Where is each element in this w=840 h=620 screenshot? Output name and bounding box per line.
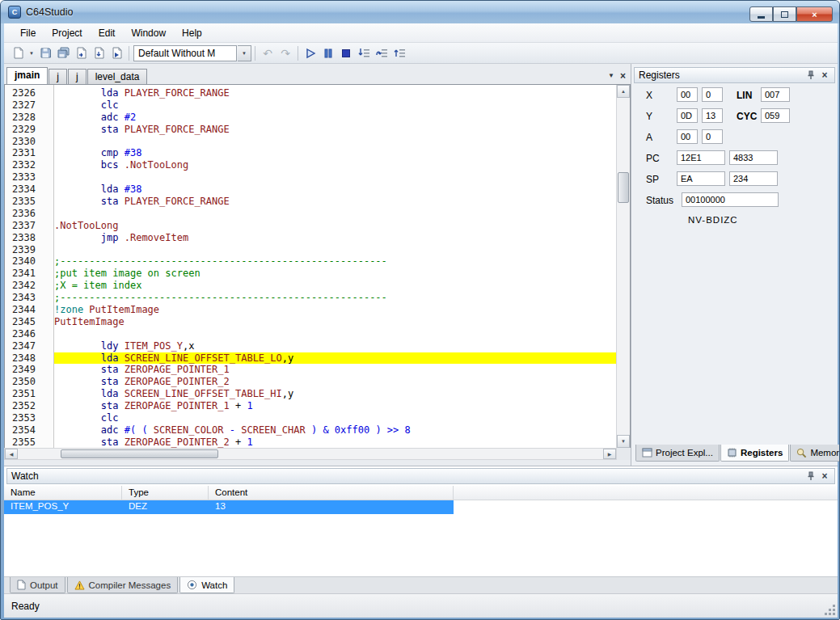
register-a-dec-input[interactable] <box>702 129 723 144</box>
debug-pause-button[interactable] <box>319 44 337 62</box>
stop-icon <box>340 48 352 59</box>
code-line <box>54 171 616 183</box>
redo-button[interactable]: ↷ <box>276 44 294 62</box>
build-button[interactable] <box>90 44 108 62</box>
watch-panel-header: Watch × <box>6 468 835 484</box>
menu-item-edit[interactable]: Edit <box>91 24 124 42</box>
register-sp-dec-input[interactable] <box>729 171 778 186</box>
register-sp-hex-input[interactable] <box>677 171 725 186</box>
step-into-button[interactable] <box>355 44 373 62</box>
step-out-button[interactable] <box>390 44 408 62</box>
save-all-button[interactable] <box>54 44 72 62</box>
editor-tab-j-1[interactable]: j <box>49 69 67 84</box>
project-explorer-icon <box>642 448 652 458</box>
menu-item-file[interactable]: File <box>12 24 44 42</box>
vertical-scrollbar[interactable]: ▲ ▼ <box>616 85 630 448</box>
vertical-scroll-thumb[interactable] <box>618 172 629 203</box>
minimize-button[interactable] <box>749 6 773 22</box>
debug-run-button[interactable] <box>302 44 319 62</box>
watch-column-content[interactable]: Content <box>209 486 454 500</box>
scroll-up-button[interactable]: ▲ <box>617 85 630 98</box>
new-file-button[interactable] <box>9 44 27 62</box>
resize-grip[interactable] <box>825 605 835 615</box>
watch-column-name[interactable]: Name <box>4 486 122 500</box>
chevron-down-icon: ▼ <box>29 51 34 56</box>
pin-button[interactable] <box>805 70 817 81</box>
line-number: 2343 <box>12 292 53 304</box>
panel-tab-memory[interactable]: Memory <box>790 445 840 462</box>
panel-tab-projectexpl[interactable]: Project Expl... <box>635 445 720 462</box>
scroll-left-button[interactable]: ◀ <box>5 449 18 459</box>
tab-close-button[interactable]: × <box>620 71 626 81</box>
line-number: 2354 <box>12 424 53 437</box>
build-profile-combobox[interactable]: Default Without M <box>133 45 237 61</box>
compile-icon <box>75 47 87 59</box>
cyc-input[interactable] <box>761 108 790 123</box>
line-number: 2330 <box>12 136 53 148</box>
close-icon: × <box>821 70 827 80</box>
watch-row-ITEM_POS_Y[interactable]: ITEM_POS_YDEZ13 <box>4 500 454 514</box>
register-x-hex-input[interactable] <box>677 87 698 102</box>
register-pc-dec-input[interactable] <box>729 150 778 165</box>
output-icon <box>17 580 26 590</box>
register-sp-label: SP <box>646 174 659 185</box>
scroll-down-button[interactable]: ▼ <box>617 435 630 448</box>
debug-stop-button[interactable] <box>337 44 355 62</box>
code-line: sta PLAYER_FORCE_RANGE <box>54 124 616 136</box>
panel-close-button[interactable]: × <box>819 70 830 81</box>
warning-icon <box>74 580 85 590</box>
save-button[interactable] <box>36 44 54 62</box>
watch-cell: DEZ <box>122 500 209 514</box>
line-number: 2334 <box>12 183 53 196</box>
title-bar[interactable]: C C64Studio × <box>1 1 839 23</box>
menu-item-help[interactable]: Help <box>174 24 210 42</box>
pin-button[interactable] <box>805 470 817 482</box>
step-over-button[interactable] <box>373 44 390 62</box>
compile-button[interactable] <box>72 44 90 62</box>
registers-icon <box>727 448 737 458</box>
status-input[interactable] <box>682 192 779 207</box>
lin-input[interactable] <box>761 87 790 102</box>
horizontal-scroll-thumb[interactable] <box>61 449 218 458</box>
tab-list-dropdown-button[interactable]: ▼ <box>608 71 614 81</box>
new-file-dropdown-button[interactable]: ▼ <box>27 44 36 62</box>
line-number: 2342 <box>12 280 53 292</box>
panel-close-button[interactable]: × <box>819 470 830 482</box>
line-number: 2346 <box>12 328 53 340</box>
editor-code[interactable]: lda PLAYER_FORCE_RANGE clc adc #2 sta PL… <box>54 85 616 448</box>
build-profile-dropdown-button[interactable]: ▼ <box>238 45 251 61</box>
register-a-hex-input[interactable] <box>677 129 698 144</box>
panel-tab-registers[interactable]: Registers <box>720 445 789 462</box>
editor-tab-level_data-3[interactable]: level_data <box>87 69 148 84</box>
code-line: ;---------------------------------------… <box>54 255 616 268</box>
line-number: 2340 <box>12 255 53 268</box>
build-and-run-button[interactable] <box>108 44 125 62</box>
status-flags-legend: NV-BDIZC <box>688 215 738 225</box>
menu-item-project[interactable]: Project <box>44 24 90 42</box>
close-icon: × <box>812 10 817 19</box>
close-button[interactable]: × <box>796 6 833 22</box>
bottom-tab-output[interactable]: Output <box>10 577 65 593</box>
register-pc-hex-input[interactable] <box>677 150 725 165</box>
register-y-hex-input[interactable] <box>677 108 698 123</box>
horizontal-scrollbar[interactable]: ◀ ▶ <box>4 448 617 460</box>
line-number: 2339 <box>12 244 53 256</box>
editor-tab-j-2[interactable]: j <box>68 69 87 84</box>
undo-button[interactable]: ↶ <box>259 44 276 62</box>
editor-tab-jmain-0[interactable]: jmain <box>6 67 48 84</box>
maximize-button[interactable] <box>773 6 796 22</box>
code-line: sta ZEROPAGE_POINTER_2 <box>54 376 616 388</box>
scroll-right-button[interactable]: ▶ <box>603 449 616 459</box>
watch-panel-title: Watch <box>11 470 803 482</box>
horizontal-scrollbar-row: ◀ ▶ <box>4 448 631 460</box>
line-number: 2355 <box>12 437 53 448</box>
bottom-tab-compiler-messages[interactable]: Compiler Messages <box>67 577 179 593</box>
toolbar-separator <box>298 46 298 61</box>
register-y-dec-input[interactable] <box>702 108 723 123</box>
code-line: clc <box>54 99 616 112</box>
watch-column-type[interactable]: Type <box>122 486 209 500</box>
menu-item-window[interactable]: Window <box>123 24 174 42</box>
bottom-tab-watch[interactable]: Watch <box>179 577 234 593</box>
code-editor[interactable]: 2326232723282329233023312332233323342335… <box>4 85 631 448</box>
register-x-dec-input[interactable] <box>702 87 723 102</box>
